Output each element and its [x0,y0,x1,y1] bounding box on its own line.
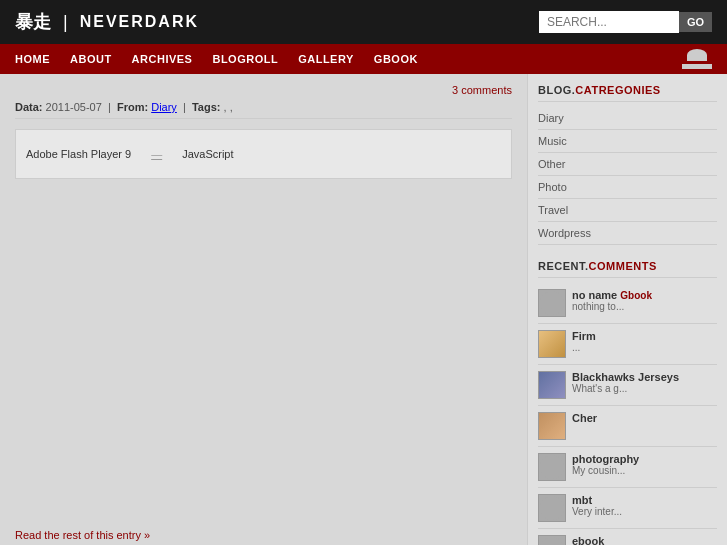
avatar [538,412,566,440]
flash-link[interactable]: — [151,148,162,160]
post-body: Adobe Flash Player 9 — JavaScript [15,129,512,179]
comment-info: ebook Greetings... [572,535,717,545]
list-item: Blackhawks Jerseys What's a g... [538,365,717,406]
list-item: Diary [538,107,717,130]
category-photo[interactable]: Photo [538,181,567,193]
nav: HOME ABOUT ARCHIVES BLOGROLL GALLERY GBO… [0,44,727,74]
category-wordpress[interactable]: Wordpress [538,227,591,239]
comment-info: Blackhawks Jerseys What's a g... [572,371,717,394]
list-item: ebook Greetings... [538,529,717,545]
comments-link[interactable]: 3 comments [452,84,512,96]
search-input[interactable] [539,11,679,33]
tags-label: Tags: [192,101,221,113]
from-value[interactable]: Diary [151,101,177,113]
logo-chinese: 暴走 [15,10,51,34]
avatar [538,289,566,317]
categories-list: Diary Music Other Photo Travel Wordpress [538,107,717,245]
logo: 暴走 | NEVERDARK [15,10,199,34]
list-item: no name Gbook nothing to... [538,283,717,324]
category-travel[interactable]: Travel [538,204,568,216]
comment-info: Firm ... [572,330,717,353]
logo-divider: | [63,12,68,33]
list-item: mbt Very inter... [538,488,717,529]
search-area: GO [539,11,712,33]
list-item: Cher [538,406,717,447]
nav-archives[interactable]: ARCHIVES [132,45,193,73]
comment-info: Cher [572,412,717,424]
sidebar: BLOG.CATREGONIES Diary Music Other Photo… [527,74,727,545]
list-item: Travel [538,199,717,222]
post-info: Data: 2011-05-07 | From: Diary | Tags: ,… [15,101,512,119]
date-value: 2011-05-07 [46,101,102,113]
header: 暴走 | NEVERDARK GO [0,0,727,44]
comment-name: Cher [572,412,717,424]
comment-info: no name Gbook nothing to... [572,289,717,312]
list-item: Photo [538,176,717,199]
comment-name: ebook [572,535,717,545]
list-item: Firm ... [538,324,717,365]
search-button[interactable]: GO [679,12,712,32]
nav-blogroll[interactable]: BLOGROLL [212,45,278,73]
comments-title: RECENT.COMMENTS [538,260,717,278]
category-music[interactable]: Music [538,135,567,147]
categories-title: BLOG.CATREGONIES [538,84,717,102]
hat-icon [682,49,712,69]
main: 3 comments Data: 2011-05-07 | From: Diar… [0,74,727,545]
nav-icon [682,49,712,69]
avatar [538,371,566,399]
category-diary[interactable]: Diary [538,112,564,124]
nav-home[interactable]: HOME [15,45,50,73]
list-item: Wordpress [538,222,717,245]
comment-name: no name Gbook [572,289,717,301]
comment-name: Firm [572,330,717,342]
comment-preview: ... [572,342,717,353]
comment-name: Blackhawks Jerseys [572,371,717,383]
post-meta: 3 comments [15,84,512,96]
comment-preview: Very inter... [572,506,717,517]
read-more-link[interactable]: Read the rest of this entry » [15,529,512,541]
comment-name: photography [572,453,717,465]
comment-info: photography My cousin... [572,453,717,476]
comment-preview: nothing to... [572,301,717,312]
from-label: From: [117,101,148,113]
content: 3 comments Data: 2011-05-07 | From: Diar… [0,74,527,545]
list-item: photography My cousin... [538,447,717,488]
comments-list: no name Gbook nothing to... Firm ... [538,283,717,545]
avatar [538,330,566,358]
comment-info: mbt Very inter... [572,494,717,517]
tags-value: , , [224,101,233,113]
nav-about[interactable]: ABOUT [70,45,112,73]
comment-preview: What's a g... [572,383,717,394]
nav-gbook[interactable]: GBOOK [374,45,418,73]
comment-preview: My cousin... [572,465,717,476]
list-item: Music [538,130,717,153]
category-other[interactable]: Other [538,158,566,170]
comment-name: mbt [572,494,717,506]
avatar [538,494,566,522]
flash-text: Adobe Flash Player 9 [26,148,131,160]
date-label: Data: [15,101,43,113]
list-item: Other [538,153,717,176]
js-text: JavaScript [182,148,233,160]
logo-text: NEVERDARK [80,13,199,31]
nav-gallery[interactable]: GALLERY [298,45,354,73]
avatar [538,453,566,481]
avatar [538,535,566,545]
